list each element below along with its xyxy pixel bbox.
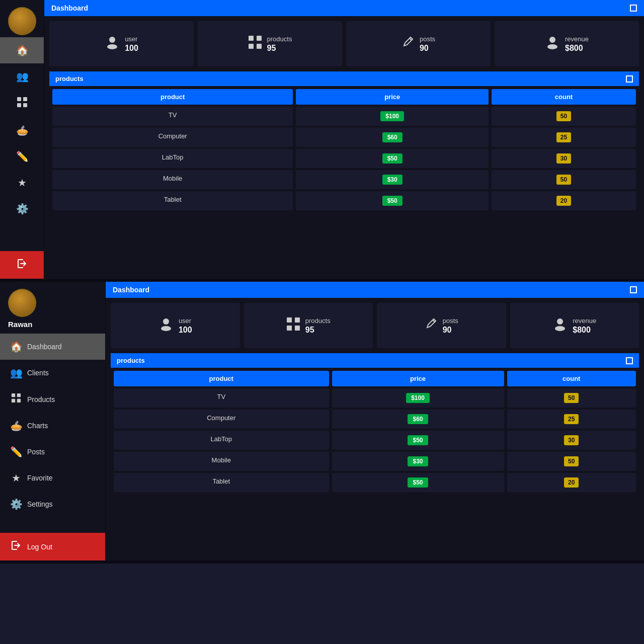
products-table-header: products [49, 71, 639, 86]
sidebar-label-favorite: Favorite [27, 474, 53, 482]
sidebar-nav: 🏠 👥 🥧 [0, 37, 44, 251]
th-product-b: product [114, 371, 329, 386]
logout-button[interactable] [0, 251, 44, 279]
td-price-b4: $30 [332, 452, 504, 471]
posts-icon-expanded: ✏️ [10, 446, 22, 458]
th-count: count [492, 89, 636, 105]
svg-rect-15 [17, 399, 21, 403]
stat-icon-users-b [158, 316, 174, 335]
svg-rect-19 [295, 317, 300, 323]
main-content-top: Dashboard user 100 [44, 0, 644, 279]
stat-label-revenue: revenue [565, 35, 589, 43]
favorite-icon-expanded: ★ [10, 472, 22, 484]
td-price-b5: $50 [332, 473, 504, 492]
logout-icon-expanded [10, 540, 22, 553]
td-count-5: 20 [492, 191, 636, 210]
settings-icon-expanded: ⚙️ [10, 498, 22, 510]
th-product: product [52, 89, 293, 105]
stats-row-bottom: user 100 products [106, 298, 644, 353]
td-product-5: Tablet [52, 191, 293, 210]
td-product-b2: Computer [114, 410, 329, 429]
stat-label-products: products [267, 35, 292, 43]
td-price-3: $50 [296, 149, 489, 168]
stat-label-posts: posts [420, 35, 435, 43]
dashboard-header-bottom: Dashboard [106, 282, 644, 298]
count-badge-b3: 30 [564, 435, 579, 445]
sidebar-item-settings-expanded[interactable]: ⚙️ Settings [0, 491, 105, 517]
svg-rect-1 [23, 97, 27, 101]
main-content-bottom: Dashboard user 100 [106, 282, 644, 560]
count-badge-4: 50 [556, 175, 571, 185]
sidebar-item-charts-expanded[interactable]: 🥧 Charts [0, 413, 105, 439]
home-icon-expanded: 🏠 [10, 341, 22, 353]
products-table: product price count TV $100 50 [49, 86, 639, 274]
home-icon: 🏠 [16, 44, 28, 56]
sidebar-item-dashboard[interactable]: 🏠 [0, 37, 44, 63]
stat-value-revenue: $800 [565, 44, 583, 53]
svg-rect-21 [295, 326, 300, 331]
clients-icon: 👥 [16, 70, 28, 83]
stat-value-users-b: 100 [179, 326, 192, 335]
th-count-b: count [507, 371, 636, 386]
stat-text-posts-b: posts 90 [443, 317, 458, 335]
stat-value-posts-b: 90 [443, 326, 452, 335]
price-badge-b2: $60 [408, 414, 428, 424]
svg-point-10 [549, 37, 555, 43]
sidebar-item-dashboard-expanded[interactable]: 🏠 Dashboard [0, 334, 105, 360]
td-count-1: 50 [492, 107, 636, 126]
products-table-b: product price count TV $100 50 [111, 368, 639, 555]
stat-text-posts: posts 90 [420, 35, 435, 53]
logout-icon [16, 258, 28, 272]
stat-text-products-b: products 95 [305, 317, 331, 335]
price-badge-1: $100 [380, 111, 404, 121]
stat-label-products-b: products [305, 317, 331, 325]
sidebar-item-favorite[interactable]: ★ [0, 170, 44, 196]
td-product-1: TV [52, 107, 293, 126]
sidebar-label-clients: Clients [27, 369, 49, 377]
logout-label: Log Out [27, 543, 52, 551]
td-count-b4: 50 [507, 452, 636, 471]
products-header-icon-b [626, 357, 633, 364]
svg-point-23 [555, 326, 565, 331]
products-icon-expanded [10, 393, 22, 406]
sidebar-item-products[interactable] [0, 90, 44, 117]
sidebar-item-clients[interactable]: 👥 [0, 63, 44, 90]
sidebar-item-posts[interactable]: ✏️ [0, 143, 44, 170]
table-row: Tablet $50 20 [52, 191, 636, 210]
price-badge-b3: $50 [408, 435, 428, 445]
logout-button-expanded[interactable]: Log Out [0, 533, 105, 560]
table-row: Computer $60 25 [52, 128, 636, 147]
td-count-3: 30 [492, 149, 636, 168]
sidebar-item-products-expanded[interactable]: Products [0, 386, 105, 413]
stat-card-users: user 100 [49, 21, 194, 66]
products-table-title: products [55, 75, 84, 83]
svg-point-22 [557, 318, 563, 325]
sidebar-item-favorite-expanded[interactable]: ★ Favorite [0, 465, 105, 491]
stat-icon-revenue [545, 35, 560, 53]
stat-label-posts-b: posts [443, 317, 458, 325]
price-badge-3: $50 [382, 153, 403, 164]
td-price-1: $100 [296, 107, 489, 126]
sidebar-item-charts[interactable]: 🥧 [0, 117, 44, 143]
stat-card-posts-b: posts 90 [377, 303, 506, 348]
svg-rect-14 [12, 399, 15, 403]
stat-card-revenue: revenue $800 [495, 21, 639, 66]
sidebar-item-posts-expanded[interactable]: ✏️ Posts [0, 439, 105, 465]
sidebar-item-clients-expanded[interactable]: 👥 Clients [0, 360, 105, 386]
sidebar-item-settings[interactable]: ⚙️ [0, 196, 44, 222]
td-count-b3: 30 [507, 431, 636, 450]
stat-icon-users [105, 35, 120, 53]
price-badge-5: $50 [382, 196, 403, 206]
th-price: price [296, 89, 489, 105]
count-badge-1: 50 [556, 111, 571, 121]
favorite-icon: ★ [16, 177, 28, 189]
td-price-2: $60 [296, 128, 489, 147]
dashboard-header: Dashboard [44, 0, 644, 16]
svg-rect-6 [249, 36, 254, 41]
stat-label-users-b: user [179, 317, 191, 325]
th-price-b: price [332, 371, 504, 386]
count-badge-2: 25 [556, 132, 571, 142]
svg-point-17 [161, 326, 171, 331]
charts-icon: 🥧 [16, 124, 28, 136]
stats-row: user 100 products [44, 16, 644, 71]
